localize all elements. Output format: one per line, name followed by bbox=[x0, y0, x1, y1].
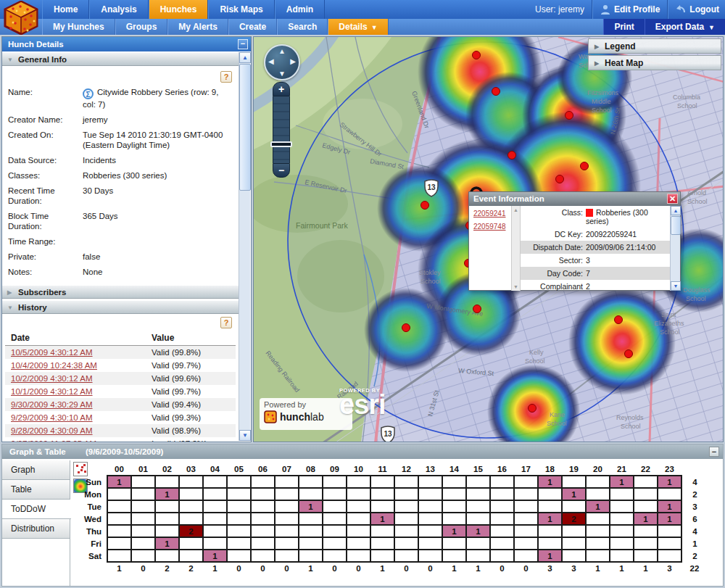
history-date-link[interactable]: 9/28/2009 4:30:09 AM bbox=[11, 426, 93, 435]
help-icon[interactable]: ? bbox=[220, 71, 232, 83]
toddow-cell[interactable] bbox=[586, 550, 610, 562]
scroll-up-icon[interactable]: ▲ bbox=[239, 52, 251, 63]
toddow-cell[interactable] bbox=[586, 525, 610, 537]
toddow-cell[interactable] bbox=[514, 550, 538, 562]
event-id-link[interactable]: 22059241 bbox=[473, 210, 510, 218]
nav-risk-maps[interactable]: Risk Maps bbox=[208, 0, 274, 19]
toddow-cell[interactable] bbox=[323, 476, 347, 488]
incident-dot[interactable] bbox=[556, 175, 564, 183]
toddow-cell[interactable] bbox=[227, 513, 251, 525]
toddow-cell[interactable] bbox=[394, 550, 418, 562]
nav-admin[interactable]: Admin bbox=[275, 0, 325, 19]
toddow-cell[interactable] bbox=[514, 500, 538, 513]
print-button[interactable]: Print bbox=[603, 19, 644, 35]
toddow-cell[interactable] bbox=[586, 488, 610, 500]
toddow-cell[interactable] bbox=[131, 488, 155, 500]
toddow-cell[interactable] bbox=[610, 513, 634, 525]
toddow-cell[interactable] bbox=[394, 513, 418, 525]
toddow-cell[interactable] bbox=[418, 488, 442, 500]
toddow-cell[interactable] bbox=[299, 550, 323, 562]
incident-dot[interactable] bbox=[508, 152, 516, 160]
toddow-cell[interactable] bbox=[251, 525, 275, 537]
toddow-cell[interactable] bbox=[490, 537, 514, 550]
incident-dot[interactable] bbox=[402, 324, 410, 332]
subnav-details[interactable]: Details▼ bbox=[328, 19, 388, 35]
toddow-cell[interactable] bbox=[466, 513, 490, 525]
toddow-cell[interactable] bbox=[514, 488, 538, 500]
toddow-cell[interactable] bbox=[347, 550, 370, 562]
event-id-link[interactable]: 22059748 bbox=[473, 223, 510, 231]
toddow-cell[interactable]: 1 bbox=[538, 476, 562, 488]
toddow-cell[interactable] bbox=[227, 476, 251, 488]
toddow-cell[interactable] bbox=[418, 550, 442, 562]
toddow-cell[interactable] bbox=[347, 488, 370, 500]
general-info-header[interactable]: ▼ General Info bbox=[2, 52, 239, 66]
toddow-cell[interactable] bbox=[227, 550, 251, 562]
zoom-slider-handle[interactable] bbox=[270, 141, 292, 147]
zoom-out-button[interactable]: − bbox=[273, 163, 290, 178]
history-date-link[interactable]: 10/4/2009 10:24:38 AM bbox=[11, 361, 97, 370]
toddow-cell[interactable] bbox=[418, 500, 442, 513]
incident-dot[interactable] bbox=[625, 350, 633, 358]
toddow-cell[interactable] bbox=[203, 513, 227, 525]
scroll-up-icon[interactable]: ▲ bbox=[513, 207, 518, 212]
toddow-cell[interactable] bbox=[227, 537, 251, 550]
hunchlab-logo-icon[interactable] bbox=[3, 1, 39, 35]
export-data-button[interactable]: Export Data▼ bbox=[645, 19, 725, 35]
history-date-link[interactable]: 10/5/2009 4:30:12 AM bbox=[11, 348, 93, 357]
toddow-cell[interactable] bbox=[107, 513, 131, 525]
history-date-link[interactable]: 9/30/2009 4:30:29 AM bbox=[11, 400, 93, 409]
toddow-cell[interactable] bbox=[442, 550, 466, 562]
toddow-cell[interactable] bbox=[107, 500, 131, 513]
toddow-cell[interactable]: 2 bbox=[179, 525, 203, 537]
toddow-cell[interactable] bbox=[490, 476, 514, 488]
toddow-cell[interactable]: 1 bbox=[370, 513, 394, 525]
incident-dot[interactable] bbox=[529, 405, 536, 413]
toddow-cell[interactable] bbox=[323, 500, 347, 513]
toddow-cell[interactable] bbox=[538, 537, 562, 550]
toddow-cell[interactable]: 1 bbox=[658, 476, 682, 488]
toddow-cell[interactable] bbox=[131, 476, 155, 488]
toddow-cell[interactable] bbox=[514, 476, 538, 488]
toddow-cell[interactable] bbox=[418, 476, 442, 488]
toddow-cell[interactable] bbox=[490, 525, 514, 537]
incident-dot[interactable] bbox=[615, 316, 623, 324]
toddow-cell[interactable] bbox=[155, 500, 179, 513]
nav-home[interactable]: Home bbox=[42, 0, 89, 19]
toddow-cell[interactable] bbox=[251, 476, 275, 488]
pan-up-icon[interactable]: ▲ bbox=[278, 47, 286, 55]
tab-table[interactable]: Table bbox=[2, 480, 70, 500]
toddow-cell[interactable]: 1 bbox=[107, 476, 131, 488]
toddow-cell[interactable] bbox=[179, 476, 203, 488]
toddow-cell[interactable]: 1 bbox=[538, 513, 562, 525]
toddow-cell[interactable] bbox=[227, 525, 251, 537]
toddow-cell[interactable]: 1 bbox=[634, 513, 658, 525]
toddow-cell[interactable] bbox=[442, 500, 466, 513]
heatmap-panel-toggle[interactable]: ▶ Heat Map bbox=[588, 55, 721, 70]
history-date-link[interactable]: 9/27/2009 11:07:05 AM bbox=[11, 439, 96, 442]
toddow-cell[interactable] bbox=[370, 476, 394, 488]
logout-link[interactable]: Logout bbox=[689, 4, 719, 15]
toddow-cell[interactable] bbox=[179, 488, 203, 500]
scroll-down-icon[interactable]: ▼ bbox=[513, 284, 518, 289]
tab-graph[interactable]: Graph bbox=[2, 460, 70, 480]
history-date-link[interactable]: 10/2/2009 4:30:12 AM bbox=[11, 374, 93, 383]
toddow-cell[interactable] bbox=[323, 488, 347, 500]
toddow-cell[interactable] bbox=[275, 525, 299, 537]
subnav-groups[interactable]: Groups bbox=[115, 19, 168, 35]
toddow-cell[interactable] bbox=[179, 537, 203, 550]
toddow-cell[interactable] bbox=[299, 476, 323, 488]
toddow-cell[interactable] bbox=[466, 476, 490, 488]
toddow-cell[interactable]: 1 bbox=[299, 500, 323, 513]
toddow-cell[interactable] bbox=[538, 488, 562, 500]
toddow-cell[interactable] bbox=[610, 525, 634, 537]
toddow-cell[interactable] bbox=[275, 537, 299, 550]
history-header[interactable]: ▼ History bbox=[2, 300, 239, 314]
toddow-cell[interactable] bbox=[323, 537, 347, 550]
toddow-cell[interactable] bbox=[466, 550, 490, 562]
map-panel[interactable]: Strawberry Hill DrGreenland DrEdgely DrD… bbox=[253, 36, 724, 442]
toddow-cell[interactable] bbox=[203, 476, 227, 488]
toddow-cell[interactable] bbox=[131, 537, 155, 550]
toddow-cell[interactable] bbox=[370, 488, 394, 500]
toddow-cell[interactable] bbox=[251, 550, 275, 562]
